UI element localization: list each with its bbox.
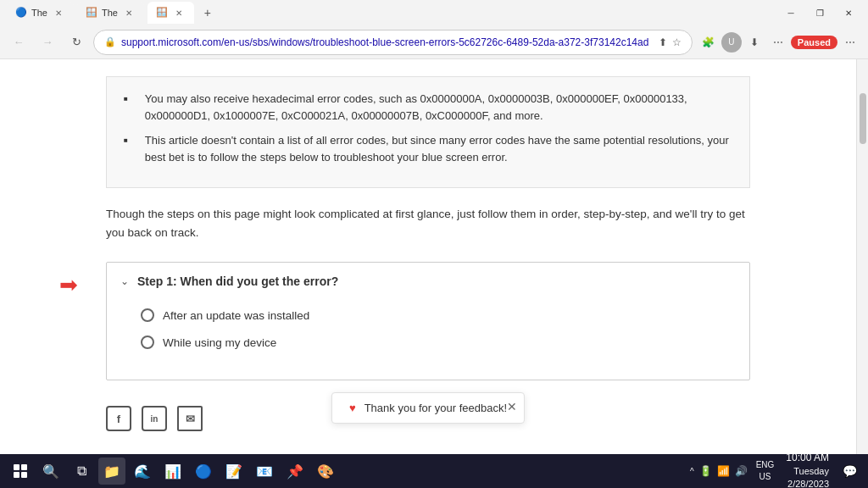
browser-frame: 🔵 The ✕ 🪟 The ✕ 🪟 ✕ + ─ ❐ ✕ ← → ↻ 🔒 supp… (0, 0, 868, 488)
info-box: You may also receive hexadecimal error c… (106, 76, 750, 188)
lock-icon: 🔒 (104, 36, 116, 47)
file-explorer-button[interactable]: 📁 (98, 458, 125, 485)
radio-circle-2[interactable] (141, 336, 154, 349)
page-content: You may also receive hexadecimal error c… (0, 59, 868, 454)
step-container: ➡ ⌄ Step 1: When did you get the error? … (106, 262, 750, 380)
radio-label-2: While using my device (163, 336, 276, 349)
search-taskbar-button[interactable]: 🔍 (37, 458, 64, 485)
bullet-item-2: This article doesn't contain a list of a… (124, 132, 732, 165)
profile-icon[interactable]: U (721, 32, 742, 53)
facebook-icon: f (117, 413, 120, 425)
date-text: 2/28/2023 (786, 478, 829, 488)
notification-button[interactable]: 💬 (837, 459, 861, 483)
tab-3-active[interactable]: 🪟 ✕ (147, 2, 194, 24)
tab1-label: The (31, 8, 47, 18)
chevron-icon: ⌄ (120, 275, 129, 287)
bullet-list: You may also receive hexadecimal error c… (124, 91, 732, 165)
feedback-close-button[interactable]: ✕ (507, 400, 517, 413)
red-arrow: ➡ (59, 272, 78, 298)
linkedin-share-button[interactable]: in (142, 406, 167, 431)
bullet1-text: You may also receive hexadecimal error c… (145, 91, 732, 124)
tab2-close[interactable]: ✕ (122, 6, 136, 19)
bullet-item-1: You may also receive hexadecimal error c… (124, 91, 732, 124)
refresh-button[interactable]: ↻ (64, 30, 88, 54)
minimize-button[interactable]: ─ (778, 4, 804, 21)
restore-button[interactable]: ❐ (807, 4, 832, 21)
battery-icon: 🔋 (698, 463, 714, 479)
tab3-favicon: 🪟 (156, 7, 168, 19)
new-tab-button[interactable]: + (198, 3, 218, 23)
tab-1[interactable]: 🔵 The ✕ (7, 2, 74, 24)
nav-bar: ← → ↻ 🔒 support.microsoft.com/en-us/sbs/… (0, 25, 868, 59)
facebook-share-button[interactable]: f (106, 406, 131, 431)
mail-icon: ✉ (186, 413, 195, 425)
star-icon: ☆ (672, 36, 682, 48)
tab1-favicon: 🔵 (15, 7, 27, 19)
step-body: After an update was installed While usin… (107, 300, 749, 380)
system-tray-icons: 🔋 📶 🔊 (698, 463, 749, 479)
radio-label-1: After an update was installed (163, 309, 309, 322)
url-text: support.microsoft.com/en-us/sbs/windows/… (121, 36, 654, 48)
tab1-close[interactable]: ✕ (52, 6, 65, 19)
forward-button[interactable]: → (36, 30, 59, 54)
word-taskbar-button[interactable]: 📝 (220, 458, 248, 485)
radio-option-2[interactable]: While using my device (141, 336, 736, 349)
step-title: Step 1: When did you get the error? (137, 274, 338, 288)
tab3-close[interactable]: ✕ (172, 6, 186, 19)
step-header[interactable]: ⌄ Step 1: When did you get the error? (107, 263, 749, 300)
day-text: Tuesday (786, 465, 829, 478)
window-controls: ─ ❐ ✕ (778, 4, 861, 21)
nav-actions: 🧩 U ⬇ ⋯ Paused ⋯ (698, 31, 861, 53)
clock-display[interactable]: 10:00 AM Tuesday 2/28/2023 (781, 451, 834, 488)
scrollbar-thumb[interactable] (860, 93, 866, 144)
close-button[interactable]: ✕ (836, 4, 861, 21)
title-bar: 🔵 The ✕ 🪟 The ✕ 🪟 ✕ + ─ ❐ ✕ (0, 0, 868, 25)
radio-option-1[interactable]: After an update was installed (141, 308, 736, 322)
start-button[interactable] (7, 458, 34, 485)
extensions-button[interactable]: 🧩 (698, 31, 720, 53)
system-tray-expand[interactable]: ^ (690, 467, 694, 476)
tab2-label: The (102, 8, 118, 18)
menu-button[interactable]: ⋯ (839, 31, 861, 53)
linkedin-icon: in (151, 414, 159, 424)
scrollbar[interactable] (856, 59, 868, 454)
download-icon[interactable]: ⬇ (743, 31, 765, 53)
taskbar: 🔍 ⧉ 📁 🌊 📊 🔵 📝 📧 📌 🎨 ^ 🔋 📶 🔊 ENG US 10:00… (0, 454, 868, 488)
heart-icon: ♥ (349, 402, 356, 414)
language-display[interactable]: ENG US (753, 459, 778, 483)
edge-taskbar-button[interactable]: 🌊 (129, 458, 156, 485)
apps-icon[interactable]: ⋯ (767, 31, 789, 53)
feedback-banner: ♥ Thank you for your feedback! ✕ (331, 392, 525, 424)
windows-icon (14, 464, 27, 478)
scroll-area: You may also receive hexadecimal error c… (0, 59, 856, 454)
step-accordion[interactable]: ⌄ Step 1: When did you get the error? Af… (106, 262, 750, 380)
share-icon: ⬆ (659, 36, 667, 48)
outlook-taskbar-button[interactable]: 📧 (251, 458, 278, 485)
tab-2[interactable]: 🪟 The ✕ (77, 2, 144, 24)
intro-text: Though the steps on this page might look… (106, 205, 750, 241)
task-view-button[interactable]: ⧉ (68, 458, 95, 485)
chrome-taskbar-button[interactable]: 🔵 (190, 458, 217, 485)
wifi-icon: 📶 (715, 463, 732, 479)
feedback-text: Thank you for your feedback! (364, 402, 507, 414)
bullet2-text: This article doesn't contain a list of a… (145, 132, 732, 165)
email-share-button[interactable]: ✉ (177, 406, 203, 431)
excel-taskbar-button[interactable]: 📊 (159, 458, 186, 485)
photoshop-taskbar-button[interactable]: 🎨 (312, 458, 339, 485)
address-bar[interactable]: 🔒 support.microsoft.com/en-us/sbs/window… (93, 30, 693, 55)
tab2-favicon: 🪟 (86, 7, 97, 19)
volume-icon: 🔊 (733, 463, 749, 479)
pin1-taskbar-button[interactable]: 📌 (281, 458, 309, 485)
back-button[interactable]: ← (7, 30, 31, 54)
paused-badge: Paused (791, 36, 837, 49)
radio-circle-1[interactable] (141, 308, 154, 322)
